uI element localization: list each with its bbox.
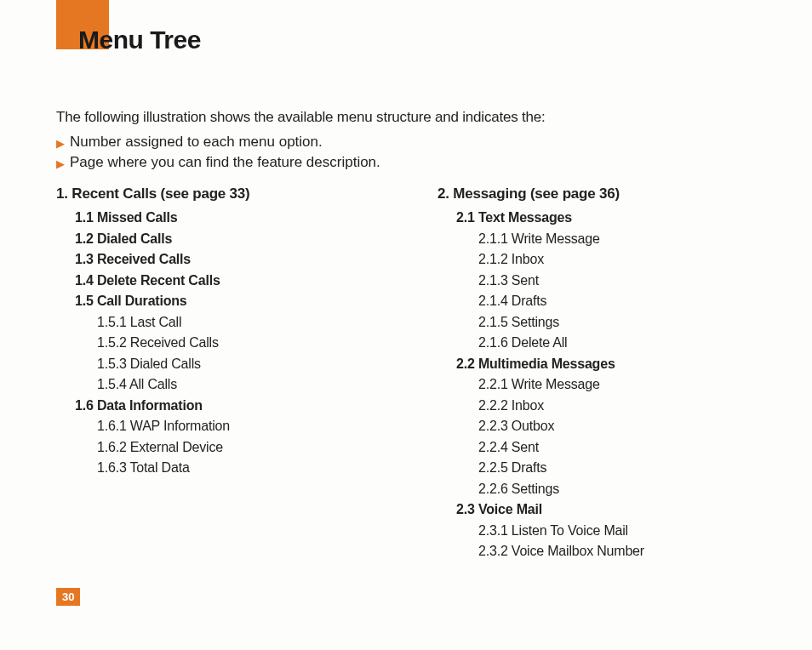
menu-item-level3: 1.6.1 WAP Information <box>97 416 437 437</box>
menu-columns: 1. Recent Calls (see page 33) 1.1 Missed… <box>56 185 778 562</box>
bullet-text: Number assigned to each menu option. <box>70 132 323 152</box>
menu-item-level2: 1.5 Call Durations <box>75 291 437 312</box>
intro-text: The following illustration shows the ava… <box>56 109 546 126</box>
bullet-item: ▶ Page where you can find the feature de… <box>56 152 380 173</box>
menu-item-level3: 2.2.2 Inbox <box>478 396 812 417</box>
page-number-badge: 30 <box>56 588 80 606</box>
menu-item-level3: 1.6.2 External Device <box>97 437 437 459</box>
menu-item-level2: 2.2 Multimedia Messages <box>456 354 812 375</box>
right-column: 2. Messaging (see page 36) 2.1 Text Mess… <box>437 185 812 562</box>
bullet-list: ▶ Number assigned to each menu option. ▶… <box>56 132 380 173</box>
bullet-text: Page where you can find the feature desc… <box>70 152 380 173</box>
menu-item-level3: 2.1.6 Delete All <box>478 333 812 354</box>
menu-item-level2: 1.6 Data Information <box>75 396 437 417</box>
menu-item-level3: 2.3.1 Listen To Voice Mail <box>478 521 812 542</box>
bullet-item: ▶ Number assigned to each menu option. <box>56 132 380 152</box>
menu-item-level3: 2.1.1 Write Message <box>478 229 812 250</box>
section-heading: 2. Messaging (see page 36) <box>437 185 812 202</box>
menu-item-level3: 1.5.4 All Calls <box>97 374 437 396</box>
menu-item-level2: 1.1 Missed Calls <box>75 208 437 229</box>
triangle-right-icon: ▶ <box>56 158 65 169</box>
menu-item-level3: 2.2.4 Sent <box>478 437 812 459</box>
menu-item-level3: 2.2.5 Drafts <box>478 458 812 479</box>
page-title: Menu Tree <box>78 26 201 54</box>
menu-item-level2: 1.3 Received Calls <box>75 249 437 271</box>
menu-item-level3: 2.1.4 Drafts <box>478 291 812 312</box>
menu-item-level3: 1.5.2 Received Calls <box>97 333 437 354</box>
menu-item-level3: 2.1.5 Settings <box>478 312 812 334</box>
triangle-right-icon: ▶ <box>56 138 65 149</box>
menu-item-level2: 1.2 Dialed Calls <box>75 229 437 250</box>
menu-item-level3: 2.1.3 Sent <box>478 271 812 292</box>
menu-item-level3: 2.2.3 Outbox <box>478 416 812 437</box>
menu-item-level3: 2.2.1 Write Message <box>478 374 812 396</box>
menu-item-level3: 2.2.6 Settings <box>478 479 812 500</box>
section-heading: 1. Recent Calls (see page 33) <box>56 185 437 202</box>
menu-item-level3: 2.3.2 Voice Mailbox Number <box>478 541 812 562</box>
menu-item-level2: 2.1 Text Messages <box>456 208 812 229</box>
menu-item-level3: 1.5.1 Last Call <box>97 312 437 334</box>
menu-item-level2: 1.4 Delete Recent Calls <box>75 271 437 292</box>
menu-item-level2: 2.3 Voice Mail <box>456 499 812 521</box>
left-column: 1. Recent Calls (see page 33) 1.1 Missed… <box>56 185 437 562</box>
menu-item-level3: 1.5.3 Dialed Calls <box>97 354 437 375</box>
menu-item-level3: 2.1.2 Inbox <box>478 249 812 271</box>
menu-item-level3: 1.6.3 Total Data <box>97 458 437 479</box>
